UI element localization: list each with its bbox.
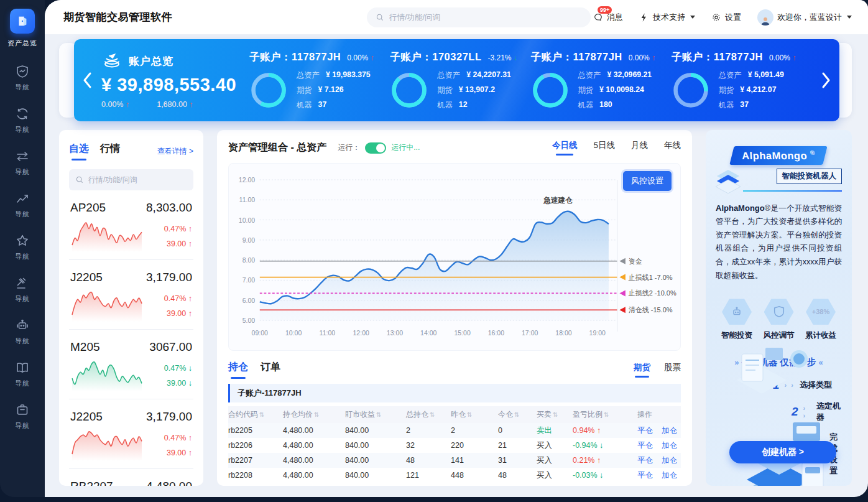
support-menu[interactable]: 技术支持 <box>639 12 695 23</box>
feature-smart-invest: 智能投资 <box>717 299 757 341</box>
tab-orders[interactable]: 订单 <box>261 361 280 379</box>
svg-text:止损线1 -7.0%: 止损线1 -7.0% <box>629 273 673 281</box>
sidebar-item-1[interactable]: 导航 <box>15 64 30 92</box>
close-position-link[interactable]: 平仓 <box>637 425 653 436</box>
svg-text:6.00: 6.00 <box>242 297 256 304</box>
donut-chart <box>672 71 710 109</box>
carousel-next-button[interactable] <box>812 71 839 90</box>
subaccount-card[interactable]: 子账户：117877JH 0.00% ↑ 总资产¥ 19,983.375 期货¥… <box>249 50 390 111</box>
step-2: 2› ›选定机器 <box>792 401 842 423</box>
carousel-prev-button[interactable] <box>74 71 101 90</box>
watchlist-item[interactable]: J22053,179.00 0.47% ↑ 39.00 ↑ <box>69 260 193 330</box>
account-overview: 账户总览 ¥ 39,898,553.40 0.00% ↑ 1,680.00 ↑ <box>101 52 249 109</box>
sidebar-item-asset-overview[interactable]: 资产总览 <box>7 9 37 48</box>
tab-month-line[interactable]: 月线 <box>631 140 648 156</box>
trend-arrow-icon: ↑ <box>188 434 192 442</box>
trend-arrow-icon: ↑ <box>597 426 601 435</box>
tab-favorites[interactable]: 自选 <box>69 142 89 160</box>
promo-panel: AlphaMongo ® 智能投资机器人 AlphaMongo®是一个开放式智能… <box>706 130 852 486</box>
overview-title: 账户总览 <box>129 54 173 68</box>
sync-icon <box>15 106 30 121</box>
tab-today-line[interactable]: 今日线 <box>552 140 578 156</box>
global-search[interactable] <box>367 7 591 27</box>
account-banner: 账户总览 ¥ 39,898,553.40 0.00% ↑ 1,680.00 ↑ … <box>74 39 839 121</box>
promo-description: AlphaMongo®是一个开放式智能资管平台，为广大投资者提供多样化的资产管理… <box>716 202 842 283</box>
tab-5day-line[interactable]: 5日线 <box>593 140 615 156</box>
sort-icon: ⇅ <box>376 411 381 418</box>
view-details-link[interactable]: 查看详情 > <box>157 146 193 157</box>
watchlist-item[interactable]: M2053067.00 0.47% ↓ 39.00 ↓ <box>69 330 193 399</box>
donut-chart <box>531 71 570 109</box>
sort-icon: ⇅ <box>604 411 609 418</box>
trend-arrow-icon: ↓ <box>188 364 192 373</box>
tab-positions[interactable]: 持仓 <box>228 361 248 379</box>
add-position-link[interactable]: 加仓 <box>662 440 677 451</box>
sidebar-item-9[interactable]: 导航 <box>15 402 30 430</box>
main-area: 期货智能交易管理软件 99+ 消息 技术支持 设置 <box>45 0 868 497</box>
divider <box>743 190 842 192</box>
risk-settings-button[interactable]: 风控设置 <box>623 171 672 191</box>
add-position-link[interactable]: 加仓 <box>662 470 677 481</box>
close-position-link[interactable]: 平仓 <box>637 470 653 481</box>
tab-stocks[interactable]: 股票 <box>664 362 681 378</box>
watchlist-search[interactable] <box>69 169 193 190</box>
tab-year-line[interactable]: 年线 <box>664 140 681 156</box>
avatar <box>757 9 773 26</box>
total-change-value: 1,680.00 ↑ <box>157 100 193 109</box>
tab-futures[interactable]: 期货 <box>634 362 650 378</box>
sort-icon: ⇅ <box>314 411 319 418</box>
book-icon <box>15 360 30 375</box>
user-menu[interactable]: 欢迎你，蓝蓝设计 <box>757 9 852 26</box>
sidebar-item-6[interactable]: 导航 <box>15 276 30 304</box>
sparkline-chart <box>70 291 144 322</box>
steps-title: » 创建机器 仅需3步 « <box>716 355 842 368</box>
sidebar-item-5[interactable]: 导航 <box>15 233 30 261</box>
sidebar-item-8[interactable]: 导航 <box>15 360 30 388</box>
coins-icon <box>101 52 122 70</box>
watchlist-item[interactable]: J22053,179.00 0.47% ↑ 39.00 ↑ <box>69 399 193 469</box>
sparkline-chart <box>70 221 144 252</box>
asset-overview-icon[interactable] <box>10 9 35 34</box>
svg-text:12.00: 12.00 <box>239 176 255 184</box>
search-icon <box>75 175 84 184</box>
table-row: rb22074,480.00840.00 4814131 买入 0.21% ↑ … <box>228 453 681 468</box>
search-input[interactable] <box>389 13 576 22</box>
run-toggle[interactable] <box>365 142 386 154</box>
sidebar-item-4[interactable]: 导航 <box>15 191 30 219</box>
sidebar-item-3[interactable]: 导航 <box>15 149 30 177</box>
svg-text:09:00: 09:00 <box>252 329 268 337</box>
sidebar-item-2[interactable]: 导航 <box>15 106 30 134</box>
watchlist-search-input[interactable] <box>88 175 182 184</box>
sidebar-item-7[interactable]: 导航 <box>15 318 30 346</box>
trend-icon <box>15 191 30 206</box>
close-position-link[interactable]: 平仓 <box>637 440 653 451</box>
star-icon <box>15 233 30 248</box>
tab-quotes[interactable]: 行情 <box>100 142 120 160</box>
account-carousel: 账户总览 ¥ 39,898,553.40 0.00% ↑ 1,680.00 ↑ … <box>59 39 852 121</box>
subaccount-card[interactable]: 子账户：170327LL -3.21% ↓ 总资产¥ 24,2207.31 期货… <box>390 50 530 111</box>
settings-button[interactable]: 设置 <box>711 12 741 23</box>
subaccount-card[interactable]: 子账户：117877JH 0.00% ↑ 总资产¥ 32,0969.21 期货¥… <box>531 50 672 111</box>
up-arrow-icon: ↑ <box>189 100 193 109</box>
message-badge: 99+ <box>598 6 612 14</box>
watchlist-item-partial[interactable]: RB22074,480.00 <box>69 469 193 486</box>
create-robot-button[interactable]: 创建机器 > <box>729 441 836 463</box>
add-position-link[interactable]: 加仓 <box>662 455 677 466</box>
subaccount-card[interactable]: 子账户：117877JH 0.00% ↑ 总资产¥ 5,091.49 期货¥ 4… <box>672 50 812 111</box>
watchlist-item[interactable]: AP2058,303.00 0.47% ↑ 39.00 ↑ <box>69 190 193 260</box>
svg-text:12:00: 12:00 <box>353 329 369 337</box>
svg-text:清仓线 -15.0%: 清仓线 -15.0% <box>628 306 673 314</box>
close-position-link[interactable]: 平仓 <box>637 455 653 466</box>
chevron-down-icon <box>847 16 852 19</box>
bolt-icon <box>639 12 649 22</box>
trend-arrow-icon: ↑ <box>188 294 192 303</box>
svg-text:13:00: 13:00 <box>387 329 403 337</box>
center-panel: 资产管理组合 - 总资产 运行： 运行中... 今日线 5日线 月线 年线 <box>217 130 692 486</box>
messages-button[interactable]: 99+ 消息 <box>593 12 623 23</box>
feature-returns: +38% 累计收益 <box>801 299 841 341</box>
add-position-link[interactable]: 加仓 <box>662 425 677 436</box>
svg-text:19:00: 19:00 <box>589 329 606 337</box>
svg-text:10:00: 10:00 <box>285 329 302 337</box>
svg-text:资金: 资金 <box>629 258 642 265</box>
svg-text:16:00: 16:00 <box>488 329 504 337</box>
